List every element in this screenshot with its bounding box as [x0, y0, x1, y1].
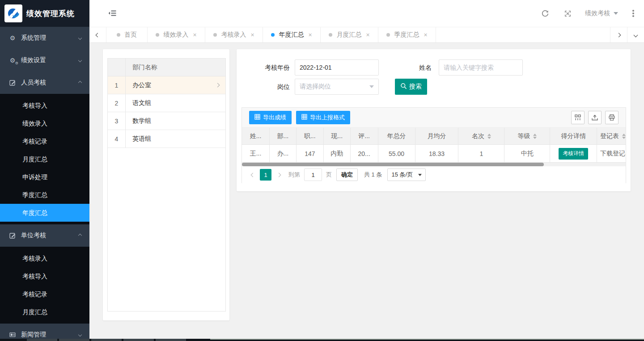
tab-home[interactable]: 首页: [106, 27, 148, 42]
col-header-sortable[interactable]: 等级: [504, 128, 550, 144]
search-button[interactable]: 搜索: [395, 79, 427, 95]
topbar: 绩效考核: [89, 0, 644, 27]
tabs-scroll-right-icon[interactable]: [610, 27, 627, 42]
department-panel: 部门名称 1 办公室 2 语文组 3 数学组 4 英语组: [103, 49, 229, 320]
row-index: 2: [108, 94, 126, 112]
sidebar-item-quarterly-summary[interactable]: 季度汇总: [0, 186, 89, 204]
col-header[interactable]: 现...: [324, 128, 351, 144]
sidebar-item-unit-monthly-summary[interactable]: 月度汇总: [0, 303, 89, 321]
confirm-page-button[interactable]: 确定: [336, 168, 358, 181]
sidebar-item-unit-assess-import[interactable]: 考核导入: [0, 267, 89, 285]
sidebar-item-unit-assess-entry[interactable]: 考核录入: [0, 249, 89, 267]
sidebar-item-assess-import[interactable]: 考核导入: [0, 97, 89, 114]
page-unit-label: 页: [326, 171, 332, 179]
sidebar: 绩效管理系统 ⚙ 系统管理 ⚙⚙ 绩效设置 人员考核 考核导入 绩效录入 考核记…: [0, 0, 89, 341]
tabs-scroll-left-icon[interactable]: [89, 27, 106, 42]
sidebar-item-unit-assess[interactable]: 单位考核: [0, 224, 89, 247]
current-page-button[interactable]: 1: [260, 169, 271, 181]
sidebar-item-perf-entry[interactable]: 绩效录入: [0, 114, 89, 132]
col-header[interactable]: 评...: [351, 128, 378, 144]
tab-annual-summary[interactable]: 年度汇总 ×: [263, 27, 321, 42]
sidebar-item-assess-records[interactable]: 考核记录: [0, 132, 89, 150]
close-icon[interactable]: ×: [308, 32, 312, 38]
menu-label: 人员考核: [21, 79, 79, 87]
tab-perf-entry[interactable]: 绩效录入 ×: [148, 27, 205, 42]
more-vertical-icon[interactable]: [624, 10, 642, 17]
col-header[interactable]: 月均分: [415, 128, 459, 144]
row-index: 1: [108, 76, 126, 94]
tab-dot-icon: [117, 33, 120, 37]
cell-dept: 办...: [270, 145, 297, 162]
download-register-link[interactable]: 下载登记表: [600, 150, 626, 158]
table-row[interactable]: 王... 办... 147 内勤 20... 55.00 18.33 1 中托 …: [242, 145, 626, 163]
table-row[interactable]: 1 办公室: [108, 76, 225, 94]
scrollbar-thumb[interactable]: [242, 163, 544, 166]
horizontal-scrollbar: [242, 163, 626, 166]
print-icon[interactable]: [605, 111, 619, 124]
chevron-down-icon: [78, 59, 82, 62]
col-header-sortable[interactable]: 名次: [458, 128, 504, 144]
goto-page-input[interactable]: [304, 168, 322, 181]
tab-label: 年度汇总: [279, 31, 304, 39]
sidebar-item-perf-settings[interactable]: ⚙⚙ 绩效设置: [0, 49, 89, 72]
table-tool-icons: [571, 111, 619, 124]
user-dropdown[interactable]: 绩效考核: [579, 0, 624, 27]
export-scores-button[interactable]: 导出成绩: [249, 111, 292, 124]
refresh-icon[interactable]: [534, 0, 556, 27]
export-report-format-button[interactable]: 导出上报格式: [296, 111, 350, 124]
caret-down-icon: [418, 174, 422, 176]
sort-icon[interactable]: [622, 134, 626, 139]
post-select[interactable]: 请选择岗位: [295, 79, 379, 95]
sidebar-item-personnel-assess[interactable]: 人员考核: [0, 72, 89, 94]
sort-icon[interactable]: [487, 134, 491, 139]
main-content: 部门名称 1 办公室 2 语文组 3 数学组 4 英语组 考核年份: [89, 43, 644, 341]
menu-label: 绩效设置: [21, 56, 79, 64]
page-size-select[interactable]: 15 条/页: [387, 168, 426, 181]
prev-page-icon[interactable]: [247, 169, 258, 181]
tab-assess-entry[interactable]: 考核录入 ×: [205, 27, 263, 42]
tab-label: 首页: [124, 31, 137, 39]
col-header[interactable]: 部...: [270, 128, 297, 144]
close-icon[interactable]: ×: [250, 32, 254, 38]
tab-monthly-summary[interactable]: 月度汇总 ×: [321, 27, 378, 42]
tabs-menu-icon[interactable]: [627, 27, 644, 42]
submenu-unit: 考核录入 考核导入 考核记录 月度汇总: [0, 247, 89, 324]
sidebar-item-appeal-handling[interactable]: 申诉处理: [0, 168, 89, 186]
col-header[interactable]: 姓...: [242, 128, 270, 144]
name-search-input[interactable]: [439, 59, 523, 76]
department-table-header: 部门名称: [108, 59, 225, 76]
next-page-icon[interactable]: [273, 169, 284, 181]
tab-label: 绩效录入: [163, 31, 188, 39]
fullscreen-icon[interactable]: [556, 0, 579, 27]
close-icon[interactable]: ×: [366, 32, 369, 38]
year-input[interactable]: [295, 59, 379, 76]
dept-name: 办公室: [126, 76, 216, 94]
export-icon[interactable]: [588, 111, 602, 124]
col-header-sortable[interactable]: 登记表: [597, 128, 626, 144]
assess-detail-button[interactable]: 考核详情: [559, 148, 588, 160]
sort-icon[interactable]: [533, 134, 537, 139]
close-icon[interactable]: ×: [193, 32, 196, 38]
col-header[interactable]: 得分详情: [550, 128, 597, 144]
table-row[interactable]: 2 语文组: [108, 94, 225, 112]
sidebar-item-monthly-summary[interactable]: 月度汇总: [0, 150, 89, 168]
col-header[interactable]: 职...: [297, 128, 324, 144]
table-row[interactable]: 3 数学组: [108, 112, 225, 130]
user-dropdown-label: 绩效考核: [585, 9, 610, 17]
menu-label: 系统管理: [21, 34, 79, 42]
cell-rank: 1: [458, 145, 504, 162]
collapse-sidebar-icon[interactable]: [108, 9, 117, 18]
tab-quarterly-summary[interactable]: 季度汇总 ×: [378, 27, 436, 42]
cell-grade: 中托: [504, 145, 550, 162]
sidebar-item-system-mgmt[interactable]: ⚙ 系统管理: [0, 27, 89, 49]
edit-icon: [9, 80, 16, 86]
filter-columns-icon[interactable]: [571, 111, 585, 124]
col-header[interactable]: 年总分: [378, 128, 415, 144]
sidebar-item-unit-assess-records[interactable]: 考核记录: [0, 285, 89, 303]
search-button-label: 搜索: [409, 83, 422, 91]
close-icon[interactable]: ×: [424, 32, 427, 38]
gear-icon: ⚙: [9, 34, 16, 42]
cell-eval-period: 20...: [351, 145, 378, 162]
sidebar-item-annual-summary[interactable]: 年度汇总: [0, 204, 89, 222]
table-row[interactable]: 4 英语组: [108, 130, 225, 148]
